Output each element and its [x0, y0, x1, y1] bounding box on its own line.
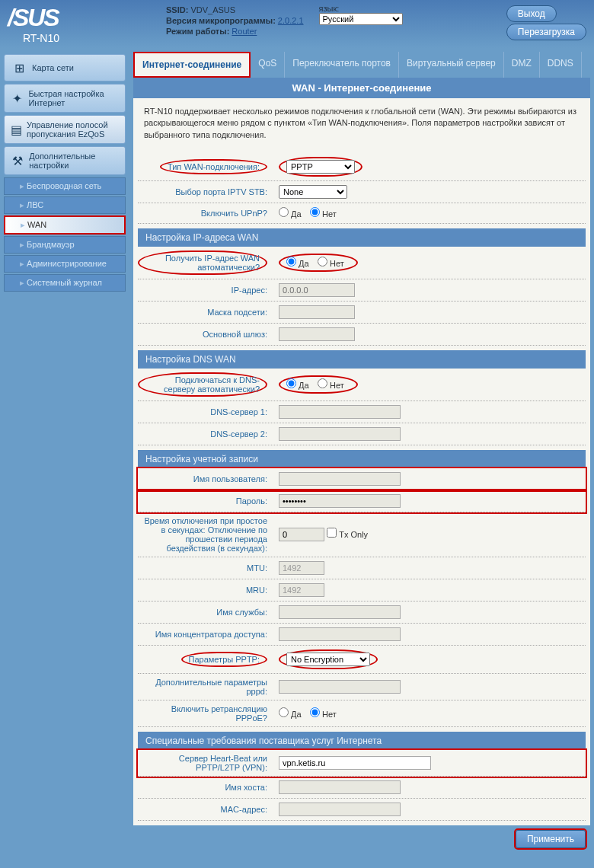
ssid-value: VDV_ASUS [190, 5, 235, 14]
mtu-input[interactable] [279, 561, 324, 575]
ip-input[interactable] [279, 283, 355, 297]
nav-advanced[interactable]: ⚒Дополнительные настройки [4, 146, 126, 175]
map-icon: ⊞ [11, 59, 27, 76]
tab-internet[interactable]: Интернет-соединение [133, 52, 251, 78]
isp-header: Специальные требования поставщика услуг … [138, 732, 586, 750]
wand-icon: ✦ [11, 90, 24, 107]
ip-label: IP-адрес: [138, 286, 275, 295]
content: Интернет-соединение QoS Переключатель по… [133, 52, 590, 853]
mac-label: MAC-адрес: [138, 805, 275, 814]
wan-ip-header: Настройка IP-адреса WAN [138, 228, 586, 247]
section-wan-ip: Настройка IP-адреса WAN Получить IP-адре… [138, 228, 586, 346]
pptp-opt-select[interactable]: No Encryption [286, 653, 370, 666]
fw-label: Версия микропрограммы: [166, 16, 276, 25]
tab-qos[interactable]: QoS [251, 52, 285, 78]
section-dns: Настройка DNS WAN Подключаться к DNS-сер… [138, 350, 586, 445]
iptv-label: Выбор порта IPTV STB: [138, 187, 275, 196]
reboot-button[interactable]: Перезагрузка [506, 24, 586, 40]
upnp-yes-radio[interactable] [279, 207, 289, 217]
user-label: Имя пользователя: [138, 474, 275, 483]
pass-label: Пароль: [138, 496, 275, 506]
mode-link[interactable]: Router [232, 27, 257, 36]
dns-header: Настройка DNS WAN [138, 350, 586, 369]
bars-icon: ▤ [11, 121, 22, 138]
logo-area: /SUS RT-N10 [8, 4, 59, 44]
dns1-input[interactable] [279, 405, 401, 419]
upnp-no-radio[interactable] [310, 207, 320, 217]
page-description: RT-N10 поддерживает несколько режимов по… [133, 98, 590, 148]
service-input[interactable] [279, 605, 401, 619]
ac-label: Имя концентратора доступа: [138, 630, 275, 639]
lang-label: язык: [319, 4, 403, 13]
mru-label: MRU: [138, 586, 275, 595]
lang-select[interactable]: Русский [319, 13, 403, 25]
idle-label: Время отключения при простое в секундах:… [138, 516, 275, 553]
fw-link[interactable]: 2.0.2.1 [278, 16, 304, 25]
nav-qis[interactable]: ✦Быстрая настройка Интернет [4, 84, 126, 113]
host-label: Имя хоста: [138, 783, 275, 792]
dns1-label: DNS-сервер 1: [138, 407, 275, 416]
relay-label: Включить ретрансляцию PPPoE? [138, 704, 275, 723]
model-name: RT-N10 [23, 32, 59, 44]
dns-auto-label: Подключаться к DNS-серверу автоматически… [138, 372, 275, 397]
user-input[interactable] [279, 472, 401, 486]
subnav-syslog[interactable]: Системный журнал [4, 274, 126, 292]
sidebar: ⊞Карта сети ✦Быстрая настройка Интернет … [0, 48, 129, 857]
host-input[interactable] [279, 780, 401, 794]
tabs: Интернет-соединение QoS Переключатель по… [133, 52, 590, 78]
dns2-input[interactable] [279, 427, 401, 441]
ssid-label: SSID: [166, 5, 188, 14]
nav-network-map[interactable]: ⊞Карта сети [4, 54, 126, 81]
pass-input[interactable] [279, 494, 401, 508]
subnav-wireless[interactable]: Беспроводная сеть [4, 177, 126, 195]
gw-input[interactable] [279, 327, 355, 341]
mac-input[interactable] [279, 803, 401, 816]
page-title: WAN - Интернет-соединение [133, 78, 590, 98]
idle-input[interactable] [279, 528, 324, 541]
pptp-opt-label: Параметры PPTP: [138, 652, 275, 667]
subnav-wan[interactable]: WAN [4, 215, 126, 235]
relay-yes-radio[interactable] [279, 707, 289, 717]
header: /SUS RT-N10 SSID: VDV_ASUS Версия микроп… [0, 0, 594, 48]
mode-label: Режим работы: [166, 27, 229, 36]
subnav-lan[interactable]: ЛВС [4, 196, 126, 214]
acct-header: Настройка учетной записи [138, 450, 586, 468]
wan-auto-no-radio[interactable] [318, 257, 327, 266]
wan-type-label: Тип WAN-подключения: [138, 159, 275, 174]
pppd-input[interactable] [279, 680, 401, 694]
wan-type-select[interactable]: PPTP [286, 160, 355, 174]
nav-ezqos[interactable]: ▤Управление полосой пропускания EzQoS [4, 115, 126, 144]
mtu-label: MTU: [138, 563, 275, 573]
tab-virtual-server[interactable]: Виртуальный сервер [399, 52, 504, 78]
gw-label: Основной шлюз: [138, 330, 275, 339]
vpn-input[interactable] [279, 756, 431, 770]
apply-button[interactable]: Применить [516, 830, 586, 848]
upnp-label: Включить UPnP? [138, 209, 275, 218]
section-basic: Тип WAN-подключения: PPTP Выбор порта IP… [138, 153, 586, 224]
header-buttons: Выход Перезагрузка [506, 4, 586, 42]
tools-icon: ⚒ [11, 152, 24, 169]
iptv-select[interactable]: None [279, 185, 347, 199]
dns-auto-no-radio[interactable] [318, 378, 327, 388]
dns-auto-yes-radio[interactable] [286, 378, 296, 388]
ac-input[interactable] [279, 627, 401, 641]
relay-no-radio[interactable] [310, 707, 320, 717]
mru-input[interactable] [279, 583, 324, 597]
section-account: Настройка учетной записи Имя пользовател… [138, 450, 586, 727]
logout-button[interactable]: Выход [506, 5, 557, 22]
dns2-label: DNS-сервер 2: [138, 429, 275, 439]
brand-logo: /SUS [8, 4, 59, 32]
footer-bar: Применить [133, 825, 590, 853]
tab-port-trigger[interactable]: Переключатель портов [285, 52, 399, 78]
pppd-label: Дополнительные параметры pppd: [138, 678, 275, 696]
txonly-checkbox[interactable] [327, 528, 337, 538]
header-info: SSID: VDV_ASUS Версия микропрограммы: 2.… [166, 4, 304, 37]
wan-auto-label: Получить IP-адрес WAN автоматически? [138, 251, 275, 275]
tab-ddns[interactable]: DDNS [540, 52, 582, 78]
subnav-admin[interactable]: Администрирование [4, 255, 126, 273]
service-label: Имя службы: [138, 608, 275, 617]
mask-input[interactable] [279, 305, 355, 319]
tab-dmz[interactable]: DMZ [504, 52, 540, 78]
subnav-firewall[interactable]: Брандмауэр [4, 236, 126, 254]
wan-auto-yes-radio[interactable] [286, 257, 296, 266]
